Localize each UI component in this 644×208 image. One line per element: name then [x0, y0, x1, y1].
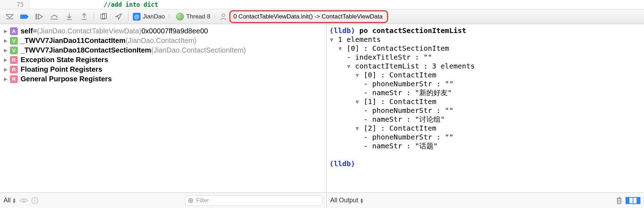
variable-name: Exception State Registers — [21, 56, 108, 64]
lldb-command: po contactSectionItemList — [359, 26, 466, 35]
type-badge: V — [10, 37, 18, 45]
disclosure-icon[interactable]: ▶ — [3, 38, 9, 43]
variable-type: (JianDao.ContactItem) — [126, 37, 197, 45]
line-number: 75 — [0, 0, 29, 9]
variable-value: 0x00007ff9a9d8ee00 — [141, 27, 208, 35]
left-panel-icon[interactable] — [626, 197, 633, 204]
debug-toolbar: @ JianDao 〉 Thread 8 〉 0 ContactTableVie… — [0, 9, 644, 24]
disclosure-icon[interactable]: ▶ — [3, 57, 9, 62]
quicklook-icon[interactable] — [19, 198, 28, 203]
location-button[interactable] — [112, 11, 125, 22]
right-panel-icon[interactable] — [633, 197, 640, 204]
person-icon — [219, 13, 227, 21]
crumb-frame[interactable]: 0 ContactTableViewData.init() -> Contact… — [229, 10, 388, 23]
svg-point-9 — [222, 14, 225, 17]
variable-row[interactable]: ▶V_TWVV7JianDao11ContactItem (JianDao.Co… — [1, 36, 325, 45]
app-icon: @ — [133, 13, 141, 21]
variable-name: Floating Point Registers — [21, 65, 102, 73]
type-badge: R — [10, 75, 18, 83]
svg-rect-1 — [36, 14, 37, 19]
crumb-app-label: JianDao — [143, 13, 165, 20]
filter-input[interactable] — [185, 195, 323, 206]
disclosure-icon[interactable]: ▶ — [3, 67, 9, 72]
crumb-thread-label: Thread 8 — [186, 13, 210, 20]
console-footer: All Output ▲▼ — [327, 192, 644, 208]
panel-toggle[interactable] — [626, 197, 640, 204]
disclosure-icon[interactable]: ▶ — [3, 28, 9, 34]
variable-name: self — [21, 27, 33, 35]
variable-row[interactable]: ▶V_TWVV7JianDao18ContactSectionItem (Jia… — [1, 45, 325, 55]
variable-type: (JianDao.ContactTableViewData) — [37, 27, 141, 35]
updown-icon: ▲▼ — [360, 198, 364, 203]
scope-label: All — [4, 197, 11, 204]
console-output[interactable]: (lldb) po contactSectionItemList ▿ 1 ele… — [327, 24, 644, 192]
code-line: 75 //add into dict — [0, 0, 644, 9]
updown-icon: ▲▼ — [12, 198, 16, 203]
lldb-prompt: (lldb) — [329, 159, 355, 168]
step-out-button[interactable] — [77, 11, 91, 22]
console-pane: (lldb) po contactSectionItemList ▿ 1 ele… — [327, 24, 644, 208]
variables-list[interactable]: ▶Aself = (JianDao.ContactTableViewData) … — [0, 24, 326, 192]
variables-footer: All ▲▼ — [0, 192, 326, 208]
output-scope-label: All Output — [330, 197, 358, 204]
variables-pane: ▶Aself = (JianDao.ContactTableViewData) … — [0, 24, 327, 208]
equals: = — [33, 27, 37, 35]
lldb-prompt: (lldb) — [329, 26, 355, 35]
variable-row[interactable]: ▶RFloating Point Registers — [1, 65, 325, 74]
step-over-button[interactable] — [48, 11, 61, 22]
hide-debug-area-button[interactable] — [3, 11, 16, 22]
thread-icon — [176, 13, 184, 21]
step-into-button[interactable] — [62, 11, 76, 22]
disclosure-icon[interactable]: ▶ — [3, 48, 9, 53]
view-hierarchy-button[interactable] — [97, 11, 110, 22]
type-badge: R — [10, 66, 18, 73]
svg-point-10 — [23, 199, 25, 202]
variable-row[interactable]: ▶RException State Registers — [1, 55, 325, 65]
crumb-app[interactable]: @ JianDao — [131, 13, 167, 21]
trash-icon[interactable] — [616, 197, 623, 204]
breakpoint-toggle-button[interactable] — [18, 11, 31, 22]
type-badge: R — [10, 56, 18, 64]
crumb-frame-label: 0 ContactTableViewData.init() -> Contact… — [233, 13, 382, 20]
scope-selector[interactable]: All ▲▼ — [4, 197, 16, 204]
chevron-right-icon: 〉 — [167, 13, 174, 20]
chevron-right-icon: 〉 — [212, 13, 219, 20]
variable-type: (JianDao.ContactSectionItem) — [151, 46, 246, 54]
code-text: //add into dict — [29, 1, 158, 8]
variable-name: General Purpose Registers — [21, 75, 112, 83]
variable-row[interactable]: ▶Aself = (JianDao.ContactTableViewData) … — [1, 26, 325, 36]
crumb-thread[interactable]: Thread 8 — [174, 13, 212, 21]
disclosure-icon[interactable]: ▶ — [3, 76, 9, 82]
info-icon[interactable] — [31, 197, 38, 204]
variable-name: _TWVV7JianDao11ContactItem — [21, 37, 126, 45]
output-scope-selector[interactable]: All Output ▲▼ — [330, 197, 364, 204]
variable-name: _TWVV7JianDao18ContactSectionItem — [21, 46, 151, 54]
type-badge: A — [10, 27, 18, 35]
filter-icon — [188, 198, 193, 203]
variable-row[interactable]: ▶RGeneral Purpose Registers — [1, 74, 325, 84]
continue-button[interactable] — [33, 11, 46, 22]
svg-point-12 — [34, 198, 35, 199]
breadcrumb: @ JianDao 〉 Thread 8 〉 0 ContactTableVie… — [131, 9, 388, 24]
type-badge: V — [10, 46, 18, 54]
